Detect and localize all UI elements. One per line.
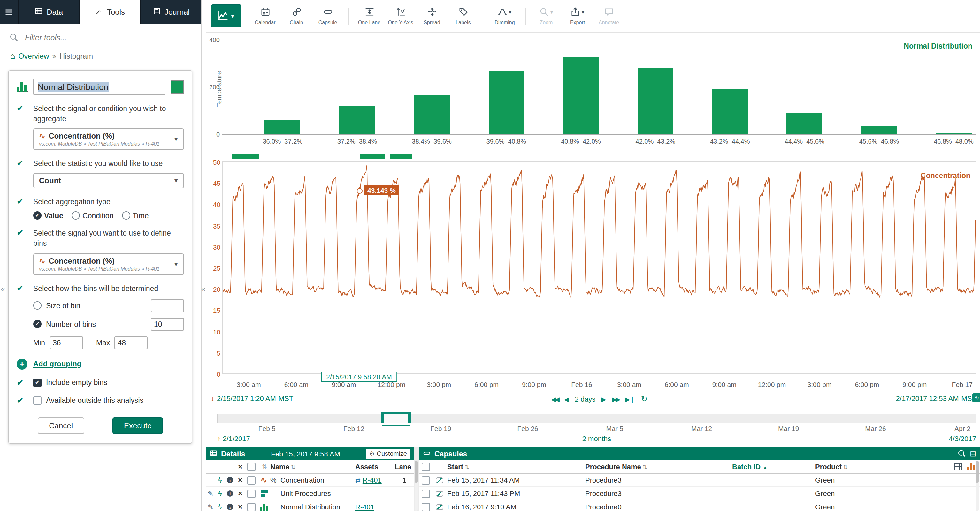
execute-button[interactable]: Execute <box>113 417 163 434</box>
toolbar-button-onelane[interactable]: One Lane <box>354 2 385 30</box>
toolbar-button-spread[interactable]: Spread <box>417 2 447 30</box>
view-mode-dropdown-button[interactable]: ▼ <box>211 5 242 27</box>
autoupdate-bolt-icon[interactable]: ϟ <box>215 503 225 511</box>
range-end-label[interactable]: 2/17/2017 12:53 AM <box>896 395 959 402</box>
item-name[interactable]: Concentration <box>280 476 355 484</box>
range-start-label[interactable]: 2/15/2017 1:20 AM <box>217 395 276 402</box>
assets-column-header[interactable]: Assets <box>355 463 395 470</box>
cancel-button[interactable]: Cancel <box>37 417 84 434</box>
timeline-brush[interactable] <box>382 413 409 426</box>
collapse-left-edge-icon[interactable]: « <box>1 285 5 294</box>
capsule-row[interactable]: Feb 15, 2017 11:34 AMProcedure3Green <box>419 474 980 487</box>
number-of-bins-input[interactable] <box>151 317 184 330</box>
step-back-icon[interactable]: ◀ <box>564 395 569 403</box>
select-all-checkbox[interactable] <box>247 462 256 471</box>
table-columns-icon[interactable] <box>955 463 962 470</box>
trend-legend[interactable]: Concentration <box>921 172 970 179</box>
breadcrumb-overview-link[interactable]: Overview <box>19 52 49 60</box>
range-duration-button[interactable]: 2 days <box>575 395 595 403</box>
asset-swap-icon[interactable]: ⇄ <box>355 476 361 484</box>
toolbar-button-labels[interactable]: Labels <box>448 2 479 30</box>
add-grouping-button[interactable]: + Add grouping <box>17 359 184 369</box>
histogram-bar[interactable] <box>265 120 301 134</box>
radio-size-of-bin[interactable] <box>33 301 41 309</box>
name-column-header[interactable]: Name⇅ <box>270 463 355 470</box>
chart-corner-widget-icon[interactable]: ∿ <box>972 393 980 402</box>
step-back-fast-icon[interactable]: ◀◀ <box>551 395 558 403</box>
timeline-end-label[interactable]: 4/3/2017 <box>949 435 976 443</box>
remove-all-header[interactable]: × <box>235 462 245 471</box>
histogram-bar[interactable] <box>712 89 748 134</box>
procedure-column-header[interactable]: Procedure Name⇅ <box>585 463 732 470</box>
start-column-header[interactable]: Start⇅ <box>447 463 585 470</box>
filter-tools-input[interactable] <box>24 33 180 43</box>
collapse-sidebar-icon[interactable]: « <box>201 285 205 294</box>
customize-button[interactable]: ⚙Customize <box>366 448 410 459</box>
asset-link[interactable]: R-401 <box>363 476 382 484</box>
capsule-row[interactable]: Feb 16, 2017 9:10 AMProcedure0Green <box>419 500 980 511</box>
row-checkbox[interactable] <box>247 476 256 484</box>
timeline-start[interactable]: ↑ 2/1/2017 <box>217 435 250 443</box>
select-all-capsules-checkbox[interactable] <box>421 462 430 471</box>
range-start-timezone[interactable]: MST <box>278 395 293 402</box>
max-input[interactable] <box>115 336 148 349</box>
capsules-scrollbar[interactable] <box>975 461 979 511</box>
sort-by-type[interactable]: ⇅ <box>258 463 270 470</box>
autoupdate-bolt-icon[interactable]: ϟ <box>215 476 225 484</box>
remove-item-icon[interactable]: × <box>235 489 245 498</box>
tab-journal[interactable]: Journal <box>140 0 201 24</box>
step-to-end-icon[interactable]: ▶❘ <box>625 395 635 403</box>
histogram-bar[interactable] <box>787 113 822 134</box>
histogram-bar[interactable] <box>638 68 673 134</box>
histogram-chart[interactable]: Temperature 4002000 Normal Distribution … <box>206 36 976 153</box>
tool-title-input[interactable]: Normal Distribution <box>33 79 165 95</box>
details-row[interactable]: ✎ϟi×Normal DistributionR-401 <box>206 500 414 511</box>
radio-value[interactable]: ✔Value <box>33 212 63 220</box>
trend-plot-area[interactable]: Concentration 5045403530252015105043.143… <box>222 161 976 374</box>
include-empty-bins-checkbox[interactable]: ✔ <box>33 378 41 387</box>
toolbar-button-export[interactable]: ▾Export <box>562 2 593 30</box>
item-name[interactable]: Normal Distribution <box>280 503 355 511</box>
tab-data[interactable]: Data <box>18 0 79 24</box>
min-input[interactable] <box>49 336 83 349</box>
brush-handle-right[interactable] <box>407 413 411 423</box>
home-icon[interactable]: ⌂ <box>10 51 15 61</box>
toolbar-button-capsule[interactable]: Capsule <box>312 2 343 30</box>
capsule-row[interactable]: Feb 15, 2017 11:43 PMProcedure3Green <box>419 487 980 500</box>
refresh-icon[interactable]: ↻ <box>641 395 648 403</box>
info-icon[interactable]: i <box>227 504 233 510</box>
details-scrollbar[interactable] <box>415 461 418 511</box>
step-forward-icon[interactable]: ▶ <box>601 395 606 403</box>
edit-pencil-icon[interactable]: ✎ <box>206 503 215 511</box>
product-column-header[interactable]: Product⇅ <box>815 463 945 470</box>
capsule-stats-icon[interactable] <box>967 463 975 470</box>
timeline-duration-button[interactable]: 2 months <box>582 435 611 443</box>
collapse-panel-icon[interactable]: ⊟ <box>970 449 976 458</box>
remove-item-icon[interactable]: × <box>235 476 245 484</box>
asset-link[interactable]: R-401 <box>355 503 374 511</box>
lane-column-header[interactable]: Lane▲ <box>395 463 414 470</box>
bin-signal-select[interactable]: ∿Concentration (%) vs.com. ModuleDB » Te… <box>33 253 184 275</box>
histogram-bar[interactable] <box>563 57 598 134</box>
histogram-bar[interactable] <box>414 95 450 134</box>
autoupdate-bolt-icon[interactable]: ϟ <box>215 490 225 497</box>
radio-condition[interactable]: Condition <box>72 212 113 220</box>
toolbar-button-oneyaxis[interactable]: One Y-Axis <box>385 2 416 30</box>
color-swatch[interactable] <box>170 80 184 94</box>
histogram-legend[interactable]: Normal Distribution <box>904 42 972 50</box>
capsule-checkbox[interactable] <box>421 489 430 498</box>
hamburger-menu-icon[interactable] <box>0 0 18 24</box>
range-start-arrow-icon[interactable]: ↓ <box>211 395 214 402</box>
toolbar-button-calendar[interactable]: Calendar <box>250 2 280 30</box>
toolbar-button-dimming[interactable]: ▾Dimming <box>489 2 520 30</box>
details-row[interactable]: ϟi×∿%Concentration⇄R-4011 <box>206 474 414 487</box>
radio-number-of-bins[interactable]: ✔ <box>33 320 41 328</box>
histogram-bar[interactable] <box>935 133 971 134</box>
capsule-strip-segment[interactable] <box>390 154 412 159</box>
capsule-strip-segment[interactable] <box>232 154 259 159</box>
capsule-checkbox[interactable] <box>421 476 430 484</box>
remove-item-icon[interactable]: × <box>235 502 245 511</box>
info-icon[interactable]: i <box>227 490 233 497</box>
step-forward-fast-icon[interactable]: ▶▶ <box>612 395 619 403</box>
aggregate-signal-select[interactable]: ∿Concentration (%) vs.com. ModuleDB » Te… <box>33 128 184 150</box>
